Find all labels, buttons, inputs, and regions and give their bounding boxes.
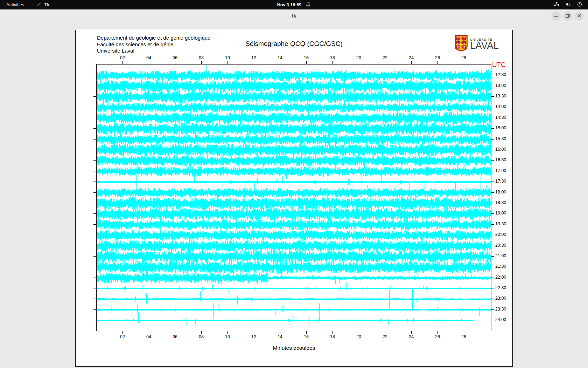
top-axis-label: 28 [458,55,469,60]
left-axis-tick [93,171,96,171]
bottom-axis-label: 20 [354,334,364,339]
minimize-button[interactable] [551,11,561,21]
right-axis-tick [491,203,494,203]
top-axis-label: 18 [327,55,338,60]
top-axis-label: 20 [354,55,364,60]
bottom-axis-tick [464,331,464,334]
top-axis-tick [411,61,412,64]
top-axis-tick [464,61,464,64]
left-axis-tick [93,182,96,182]
bottom-axis-tick [385,331,385,334]
top-axis-label: 02 [117,55,128,60]
top-axis-label: 10 [222,55,233,60]
top-axis-label: 22 [380,55,390,60]
right-axis-time-label: 21:30 [495,264,506,269]
top-axis-tick [175,61,175,64]
right-axis-time-label: 17:00 [495,168,506,173]
top-axis-tick [438,61,438,64]
right-axis-tick [491,182,494,182]
right-axis-tick [491,320,494,320]
bottom-axis-tick [438,331,438,334]
top-axis-label: 26 [432,55,443,60]
right-axis-time-label: 19:00 [495,211,506,216]
right-axis-time-label: 20:30 [495,243,506,248]
right-axis-time-label: 16:00 [495,147,506,152]
logo-laval-text: LAVAL [470,41,499,50]
right-axis-time-label: 19:30 [495,222,506,226]
right-axis-time-label: 21:00 [495,253,506,258]
power-icon [577,1,582,8]
bottom-axis-label: 08 [196,334,206,339]
top-axis-label: 12 [248,55,259,60]
right-axis-time-label: 13:00 [495,83,506,88]
top-axis-tick [149,61,149,64]
right-axis-tick [491,235,494,235]
close-button[interactable] [574,11,584,21]
left-axis-tick [93,203,96,203]
top-axis-tick [306,61,307,64]
bottom-axis-tick [149,331,149,334]
top-axis-tick [201,61,202,64]
app-menu[interactable]: Tk [37,2,49,8]
left-axis-tick [93,288,96,288]
system-status-area[interactable] [554,0,588,9]
app-menu-label: Tk [44,2,49,7]
right-axis-tick [491,288,494,288]
bottom-axis-label: 04 [144,334,154,339]
bottom-axis-tick [254,331,254,334]
seismogram-canvas [97,64,491,331]
right-axis-tick [491,107,494,107]
x-axis-title: Minutes écoulées [75,345,513,351]
right-axis-time-label: 15:00 [495,125,506,130]
maximize-button[interactable] [563,11,572,21]
left-axis-tick [93,96,96,97]
bottom-axis-tick [227,331,228,334]
gnome-top-bar: Activities Tk Nov 3 18:59 [0,0,588,9]
right-axis-time-label: 24:00 [495,317,506,322]
left-axis-tick [93,107,96,107]
left-axis-tick [93,278,96,278]
right-axis-tick [491,309,494,310]
right-axis-time-label: 18:00 [495,190,506,195]
left-axis-tick [93,139,96,139]
right-axis-tick [491,139,494,139]
left-axis-tick [93,213,96,214]
right-axis-tick [491,96,494,97]
window-title: tk [292,13,296,19]
left-axis-tick [93,128,96,129]
right-axis-time-label: 22:30 [495,285,506,290]
clock-menu[interactable]: Nov 3 18:59 [277,0,311,9]
right-axis-time-label: 15:30 [495,136,506,141]
bottom-axis-tick [359,331,359,334]
laval-shield-icon [455,35,468,53]
right-axis-tick [491,171,494,171]
bottom-axis-label: 24 [406,334,416,339]
bottom-axis-tick [280,331,280,334]
page-title: Séismographe QCQ (CGC/GSC) [75,40,513,48]
right-axis-time-label: 20:00 [495,232,506,237]
bottom-axis-label: 16 [301,334,312,339]
top-axis-label: 14 [275,55,285,60]
top-axis-label: 24 [406,55,416,60]
bottom-axis-label: 10 [222,334,233,339]
right-axis-tick [491,246,494,246]
bottom-axis-label: 12 [248,334,259,339]
bottom-axis-label: 18 [327,334,338,339]
right-axis-tick [491,118,494,118]
right-axis-time-label: 23:00 [495,296,506,301]
bottom-axis-tick [175,331,175,334]
right-axis-tick [491,86,494,86]
bottom-axis-label: 02 [117,334,128,339]
bottom-axis-tick [122,331,123,334]
bottom-axis-label: 14 [275,334,285,339]
right-axis-tick [491,75,494,75]
right-axis-time-label: 13:30 [495,94,506,98]
activities-button[interactable]: Activities [6,2,24,7]
bottom-axis-tick [306,331,307,334]
right-axis-tick [491,128,494,129]
left-axis-tick [93,246,96,246]
address-line-3: Université Laval [97,48,210,54]
tk-feather-icon [37,2,42,8]
utc-axis-title: UTC [492,61,506,69]
right-axis-tick [491,224,494,225]
